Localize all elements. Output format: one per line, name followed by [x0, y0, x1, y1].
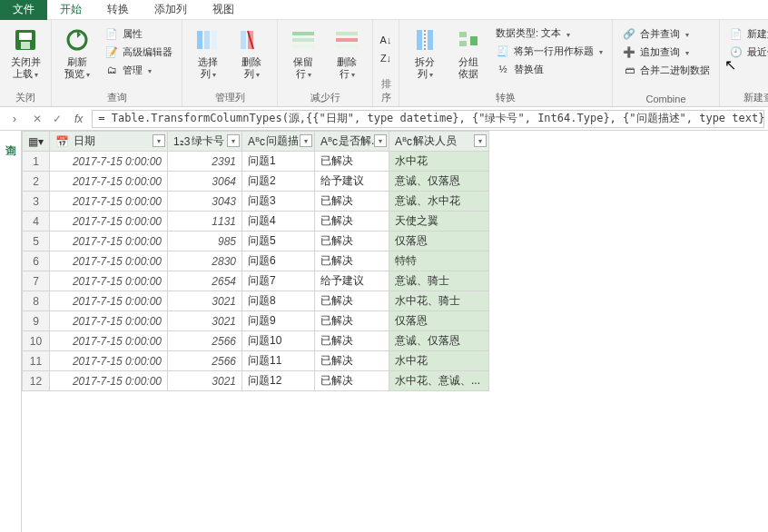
cell-person[interactable]: 仅落恩	[389, 311, 489, 331]
cell-person[interactable]: 水中花、骑士	[389, 291, 489, 311]
tab-file[interactable]: 文件	[0, 0, 47, 20]
table-row[interactable]: 3 2017-7-15 0:00:00 3043 问题3 已解决 意诚、水中花	[23, 192, 489, 212]
append-queries-button[interactable]: ➕追加查询	[618, 44, 714, 60]
cell-person[interactable]: 水中花、意诚、...	[389, 371, 489, 391]
cell-question[interactable]: 问题5	[242, 232, 315, 251]
replace-values-button[interactable]: ½替换值	[492, 61, 606, 77]
choose-columns-button[interactable]: 选择 列	[188, 22, 228, 84]
cell-question[interactable]: 问题12	[242, 371, 315, 391]
cell-date[interactable]: 2017-7-15 0:00:00	[50, 351, 168, 371]
cell-date[interactable]: 2017-7-15 0:00:00	[50, 232, 168, 251]
cell-person[interactable]: 仅落恩	[389, 232, 489, 251]
column-header[interactable]: 📅日期▾	[50, 132, 168, 152]
table-corner[interactable]: ▦▾	[23, 132, 50, 152]
cell-status[interactable]: 已解决	[315, 291, 389, 311]
cell-status[interactable]: 已解决	[315, 152, 389, 172]
sort-desc-button[interactable]: Z↓	[379, 51, 393, 65]
table-row[interactable]: 4 2017-7-15 0:00:00 1131 问题4 已解决 天使之翼	[23, 212, 489, 232]
cell-question[interactable]: 问题6	[242, 251, 315, 271]
cell-card[interactable]: 3021	[168, 371, 242, 391]
table-row[interactable]: 10 2017-7-15 0:00:00 2566 问题10 已解决 意诚、仅落…	[23, 331, 489, 351]
cell-question[interactable]: 问题10	[242, 331, 315, 351]
row-number[interactable]: 7	[23, 271, 50, 291]
row-number[interactable]: 4	[23, 212, 50, 232]
cell-question[interactable]: 问题4	[242, 212, 315, 232]
filter-icon[interactable]: ▾	[227, 134, 240, 147]
row-number[interactable]: 10	[23, 331, 50, 351]
merge-queries-button[interactable]: 🔗合并查询	[618, 25, 714, 42]
table-row[interactable]: 9 2017-7-15 0:00:00 3021 问题9 已解决 仅落恩	[23, 311, 489, 331]
manage-button[interactable]: 🗂管理	[101, 62, 176, 78]
cell-card[interactable]: 2391	[168, 152, 242, 172]
filter-icon[interactable]: ▾	[153, 134, 165, 147]
row-number[interactable]: 11	[23, 351, 50, 371]
formula-input[interactable]: = Table.TransformColumnTypes(源,{{"日期", t…	[92, 110, 764, 128]
combine-binary-button[interactable]: 🗃合并二进制数据	[618, 62, 714, 78]
queries-pane-toggle[interactable]: ›	[4, 113, 25, 125]
cell-status[interactable]: 已解决	[315, 371, 389, 391]
properties-button[interactable]: 📄属性	[101, 25, 176, 42]
filter-icon[interactable]: ▾	[474, 134, 487, 147]
remove-rows-button[interactable]: 删除 行	[327, 22, 367, 84]
refresh-preview-button[interactable]: 刷新 预览	[57, 22, 97, 84]
tab-convert[interactable]: 转换	[94, 0, 142, 20]
cell-card[interactable]: 3021	[168, 291, 242, 311]
cell-status[interactable]: 已解决	[315, 311, 389, 331]
row-number[interactable]: 8	[23, 291, 50, 311]
cell-person[interactable]: 特特	[389, 251, 489, 271]
remove-columns-button[interactable]: 删除 列	[231, 22, 271, 84]
cell-date[interactable]: 2017-7-15 0:00:00	[50, 371, 168, 391]
table-row[interactable]: 1 2017-7-15 0:00:00 2391 问题1 已解决 水中花	[23, 152, 489, 172]
cell-status[interactable]: 给予建议	[315, 172, 389, 192]
cell-question[interactable]: 问题1	[242, 152, 315, 172]
cell-date[interactable]: 2017-7-15 0:00:00	[50, 251, 168, 271]
cell-question[interactable]: 问题11	[242, 351, 315, 371]
cell-status[interactable]: 给予建议	[315, 271, 389, 291]
row-number[interactable]: 3	[23, 192, 50, 212]
column-header[interactable]: Aᴮc解决人员▾	[389, 132, 489, 152]
keep-rows-button[interactable]: 保留 行	[283, 22, 323, 84]
cell-status[interactable]: 已解决	[315, 212, 389, 232]
cell-card[interactable]: 3021	[168, 311, 242, 331]
column-header[interactable]: 1₂3绿卡号▾	[168, 132, 242, 152]
cell-question[interactable]: 问题8	[242, 291, 315, 311]
cell-status[interactable]: 已解决	[315, 251, 389, 271]
table-row[interactable]: 5 2017-7-15 0:00:00 985 问题5 已解决 仅落恩	[23, 232, 489, 251]
formula-cancel[interactable]: ✕	[29, 113, 45, 125]
cell-card[interactable]: 2830	[168, 251, 242, 271]
cell-date[interactable]: 2017-7-15 0:00:00	[50, 291, 168, 311]
advanced-editor-button[interactable]: 📝高级编辑器	[101, 44, 176, 60]
cell-question[interactable]: 问题9	[242, 311, 315, 331]
tab-addcolumn[interactable]: 添加列	[142, 0, 200, 20]
cell-person[interactable]: 意诚、仅落恩	[389, 172, 489, 192]
cell-card[interactable]: 2566	[168, 351, 242, 371]
cell-date[interactable]: 2017-7-15 0:00:00	[50, 212, 168, 232]
cell-card[interactable]: 2654	[168, 271, 242, 291]
cell-date[interactable]: 2017-7-15 0:00:00	[50, 152, 168, 172]
column-header[interactable]: Aᴮc问题描...▾	[242, 132, 315, 152]
cell-person[interactable]: 意诚、仅落恩	[389, 331, 489, 351]
row-number[interactable]: 1	[23, 152, 50, 172]
cell-person[interactable]: 意诚、骑士	[389, 271, 489, 291]
row-number[interactable]: 9	[23, 311, 50, 331]
table-row[interactable]: 6 2017-7-15 0:00:00 2830 问题6 已解决 特特	[23, 251, 489, 271]
data-grid-wrap[interactable]: ▦▾📅日期▾1₂3绿卡号▾Aᴮc问题描...▾Aᴮc是否解...▾Aᴮc解决人员…	[22, 131, 768, 532]
cell-question[interactable]: 问题3	[242, 192, 315, 212]
row-number[interactable]: 6	[23, 251, 50, 271]
cell-card[interactable]: 1131	[168, 212, 242, 232]
datatype-button[interactable]: 数据类型: 文本	[492, 25, 606, 41]
new-source-button[interactable]: 📄新建源	[725, 25, 768, 42]
row-number[interactable]: 2	[23, 172, 50, 192]
table-row[interactable]: 7 2017-7-15 0:00:00 2654 问题7 给予建议 意诚、骑士	[23, 271, 489, 291]
cell-question[interactable]: 问题7	[242, 271, 315, 291]
row-number[interactable]: 12	[23, 371, 50, 391]
cell-person[interactable]: 水中花	[389, 152, 489, 172]
cell-card[interactable]: 2566	[168, 331, 242, 351]
groupby-button[interactable]: 分组 依据	[448, 22, 488, 84]
filter-icon[interactable]: ▾	[374, 134, 387, 147]
cell-date[interactable]: 2017-7-15 0:00:00	[50, 172, 168, 192]
cell-date[interactable]: 2017-7-15 0:00:00	[50, 311, 168, 331]
cell-person[interactable]: 意诚、水中花	[389, 192, 489, 212]
table-row[interactable]: 12 2017-7-15 0:00:00 3021 问题12 已解决 水中花、意…	[23, 371, 489, 391]
filter-icon[interactable]: ▾	[300, 134, 312, 147]
